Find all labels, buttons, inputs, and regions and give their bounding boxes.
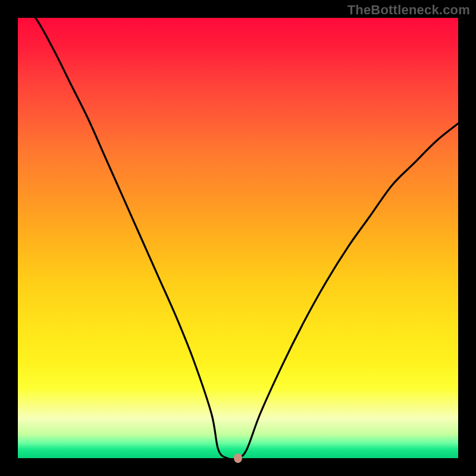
bottleneck-curve <box>18 18 458 458</box>
plot-area <box>18 18 458 458</box>
watermark-text: TheBottleneck.com <box>347 2 470 18</box>
chart-frame: TheBottleneck.com <box>0 0 476 476</box>
optimum-marker <box>234 453 242 463</box>
